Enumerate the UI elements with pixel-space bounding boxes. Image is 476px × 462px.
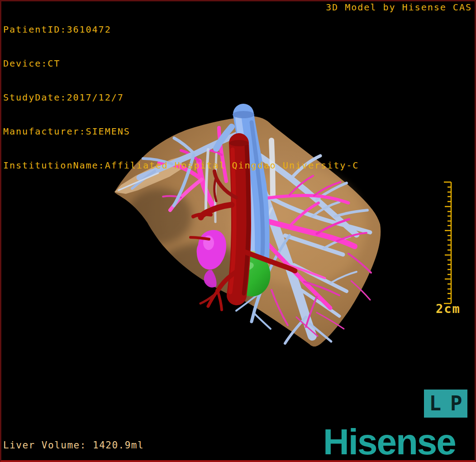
manufacturer-line: Manufacturer:SIEMENS — [3, 126, 359, 137]
liver-volume-label: Liver Volume: 1420.9ml — [3, 440, 144, 451]
orientation-marker: L P — [424, 390, 467, 418]
device-line: Device:CT — [3, 58, 359, 69]
model-title: 3D Model by Hisense CAS — [326, 2, 472, 13]
institution-line: InstitutionName:Affiliated Hospital Qing… — [3, 160, 359, 171]
patient-id-line: PatientID:3610472 — [3, 24, 359, 35]
study-date-line: StudyDate:2017/12/7 — [3, 92, 359, 103]
patient-info-overlay: PatientID:3610472 Device:CT StudyDate:20… — [3, 1, 359, 183]
hisense-logo: Hisense — [323, 421, 456, 462]
orientation-left-letter: L — [429, 394, 442, 414]
scale-label: 2cm — [436, 302, 461, 316]
orientation-right-letter: P — [450, 394, 462, 414]
